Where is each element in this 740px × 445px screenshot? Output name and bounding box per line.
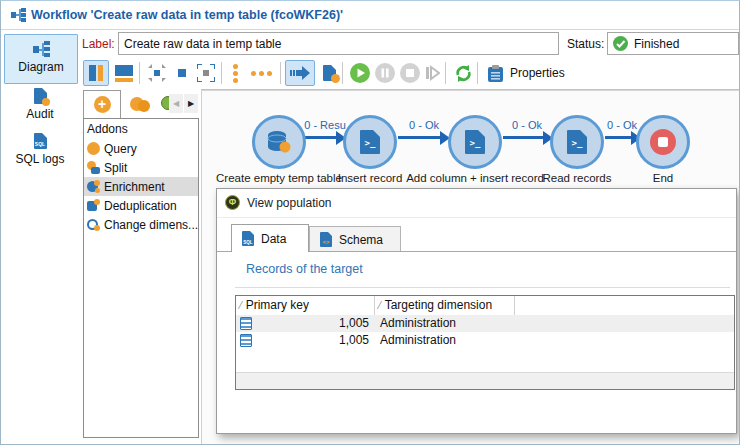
list-item-enrichment[interactable]: Enrichment: [84, 177, 198, 196]
sidebar-item-label: SQL logs: [4, 152, 76, 166]
targeting-dimension-cell: Administration: [380, 333, 456, 347]
list-item-change-dimension[interactable]: Change dimens...: [84, 215, 198, 234]
pause-icon: [375, 63, 395, 83]
horizontal-scrollbar[interactable]: [236, 372, 734, 389]
more-horizontal-button[interactable]: [246, 60, 276, 86]
tab-add-activity[interactable]: +: [83, 90, 121, 118]
dots-vertical-icon: [233, 62, 238, 85]
primary-key-cell: 1,005: [256, 333, 369, 347]
addons-list: Addons Query Split: [83, 118, 199, 438]
layout-vertical-button[interactable]: [83, 60, 109, 86]
tab-scroll-right-button[interactable]: ▶: [184, 94, 198, 113]
script-icon: >_: [567, 130, 587, 154]
sql-data-icon: SQL: [242, 231, 254, 246]
more-vertical-button[interactable]: [226, 60, 244, 86]
stop-icon: [400, 63, 420, 83]
page-title: Workflow 'Create raw data in temp table …: [31, 1, 343, 29]
continue-arrow-icon: [290, 66, 310, 80]
status-caption: Status:: [567, 37, 604, 51]
properties-button[interactable]: Properties: [482, 60, 571, 86]
targeting-dimension-cell: Administration: [380, 316, 456, 330]
start-button[interactable]: [347, 60, 373, 86]
add-icon: +: [94, 96, 111, 113]
deduplication-icon: [87, 199, 100, 212]
workflow-window: Workflow 'Create raw data in temp table …: [0, 0, 740, 445]
dialog-title: View population: [247, 189, 332, 217]
view-population-dialog: Φ View population SQL Data <> Schema Rec…: [216, 188, 737, 434]
activity-label: Insert record: [338, 172, 403, 184]
dots-horizontal-icon: [251, 71, 272, 76]
label-input[interactable]: [119, 33, 558, 54]
step-forward-icon: [425, 65, 440, 81]
records-section-title: Records of the target: [246, 262, 363, 276]
layout-horizontal-button[interactable]: [111, 60, 137, 86]
table-header-row: ⁄Primary key ⁄Targeting dimension: [236, 296, 734, 316]
dialog-title-bar: Φ View population: [217, 189, 736, 218]
tab-schema[interactable]: <> Schema: [309, 226, 401, 252]
schema-code-icon: <>: [320, 232, 332, 247]
sql-logs-icon: SQL: [34, 133, 47, 149]
refresh-button[interactable]: [450, 60, 476, 86]
properties-label: Properties: [510, 66, 565, 80]
list-item-split[interactable]: Split: [84, 158, 198, 177]
status-value: Finished: [634, 37, 679, 51]
tab-targeting[interactable]: [123, 92, 157, 118]
sidebar-item-label: Diagram: [5, 60, 77, 74]
records-table: ⁄Primary key ⁄Targeting dimension 1,005 …: [235, 295, 735, 390]
continue-button[interactable]: [285, 60, 315, 86]
activity-create-empty-temp-table[interactable]: [252, 115, 306, 169]
transition-label[interactable]: 0 - Ok: [607, 119, 637, 131]
step-button[interactable]: [421, 60, 443, 86]
change-dimension-icon: [87, 218, 100, 231]
transition-line[interactable]: [398, 136, 444, 139]
zoom-fit-icon: [148, 64, 166, 82]
sidebar-item-diagram[interactable]: Diagram: [4, 34, 78, 84]
zoom-100-button[interactable]: [171, 60, 193, 86]
tab-data[interactable]: SQL Data: [231, 224, 309, 252]
activity-add-column-insert-record[interactable]: >_: [448, 115, 502, 169]
enrichment-icon: [87, 180, 100, 193]
activity-end[interactable]: [636, 115, 690, 169]
play-icon: [350, 63, 370, 83]
tab-scroll-left-button[interactable]: ◀: [169, 94, 183, 113]
layout-horizontal-icon: [115, 65, 133, 82]
transition-label[interactable]: 0 - Ok: [512, 119, 542, 131]
transition-label[interactable]: 0 - Ok: [409, 119, 439, 131]
sort-icon: ⁄: [236, 300, 246, 311]
sidebar-item-sql-logs[interactable]: SQL SQL logs: [4, 133, 76, 165]
diagram-icon: [33, 41, 50, 57]
table-row[interactable]: 1,005 Administration: [236, 332, 734, 349]
label-field: [118, 32, 559, 55]
addons-panel: + ◀ ▶ Addons Query: [81, 89, 201, 444]
label-caption: Label:: [82, 37, 115, 51]
transition-label[interactable]: 0 - Resu: [304, 119, 346, 131]
column-header-primary-key[interactable]: ⁄Primary key: [236, 296, 375, 315]
targeting-icon: [130, 97, 150, 113]
properties-clipboard-icon: [488, 65, 503, 82]
activity-read-records[interactable]: >_: [550, 115, 604, 169]
query-icon: [87, 142, 100, 155]
pause-button[interactable]: [372, 60, 398, 86]
stop-button[interactable]: [397, 60, 423, 86]
zoom-selection-button[interactable]: [193, 60, 219, 86]
database-icon: [266, 130, 292, 154]
list-item-query[interactable]: Query: [84, 139, 198, 158]
sidebar-item-audit[interactable]: Audit: [4, 88, 76, 120]
addons-list-header: Addons: [84, 119, 198, 139]
column-header-targeting-dimension[interactable]: ⁄Targeting dimension: [375, 296, 515, 315]
list-item-deduplication[interactable]: Deduplication: [84, 196, 198, 215]
toolbar: Properties: [81, 58, 739, 90]
transition-line[interactable]: [302, 136, 340, 139]
zoom-fit-button[interactable]: [144, 60, 170, 86]
primary-key-cell: 1,005: [256, 316, 369, 330]
title-bar: Workflow 'Create raw data in temp table …: [1, 1, 739, 30]
layout-vertical-icon: [89, 65, 96, 81]
script-icon: >_: [465, 130, 485, 154]
tab-label: Schema: [339, 233, 383, 247]
activity-insert-record[interactable]: >_: [343, 115, 397, 169]
refresh-icon: [454, 64, 473, 83]
table-row[interactable]: 1,005 Administration: [236, 315, 734, 332]
activity-label: Read records: [542, 172, 611, 184]
task-history-button[interactable]: [317, 60, 341, 86]
transition-line[interactable]: [503, 136, 547, 139]
